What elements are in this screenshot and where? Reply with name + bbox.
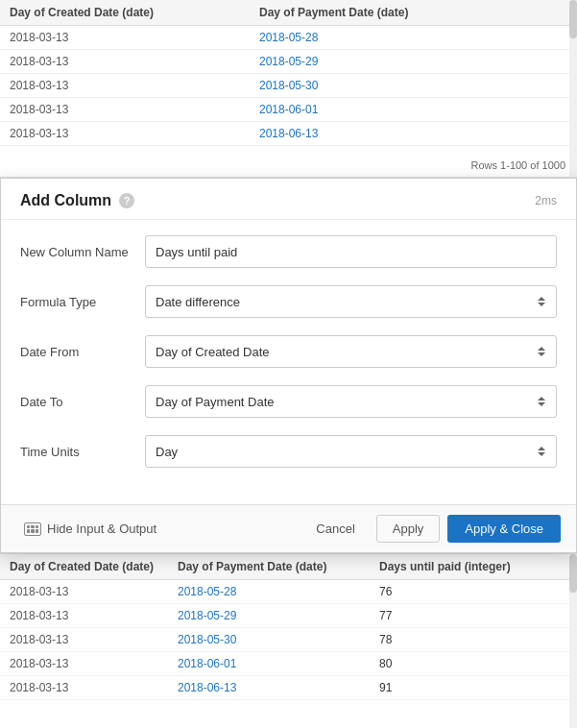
- bottom-row-col2: 2018-06-13: [178, 681, 379, 694]
- dialog-header: Add Column ? 2ms: [1, 179, 576, 220]
- bottom-col2-header: Day of Payment Date (date): [178, 560, 379, 573]
- formula-type-row: Formula Type Date differenceSimple arith…: [20, 285, 557, 318]
- bottom-row-col1: 2018-03-13: [10, 657, 178, 670]
- table-row: 2018-03-13 2018-06-13: [0, 122, 577, 146]
- apply-button[interactable]: Apply: [376, 515, 441, 543]
- table-row: 2018-03-13 2018-05-29 77: [0, 604, 577, 628]
- time-units-select[interactable]: DayWeekMonthYear: [145, 435, 557, 468]
- bottom-row-col3: 78: [379, 633, 392, 646]
- bottom-row-col1: 2018-03-13: [10, 633, 178, 646]
- date-to-select[interactable]: Day of Created DateDay of Payment Date: [145, 385, 557, 418]
- table-icon-cell: [27, 529, 30, 533]
- bottom-row-col2: 2018-05-30: [178, 633, 379, 646]
- table-icon: [24, 522, 41, 536]
- table-icon-cell: [36, 529, 38, 533]
- top-scrollbar-thumb[interactable]: [569, 0, 577, 38]
- top-table: Day of Created Date (date) Day of Paymen…: [0, 0, 577, 178]
- bottom-row-col3: 76: [379, 585, 392, 598]
- top-table-body: 2018-03-13 2018-05-282018-03-13 2018-05-…: [0, 26, 577, 146]
- time-units-label: Time Units: [20, 445, 145, 459]
- table-row: 2018-03-13 2018-06-01: [0, 98, 577, 122]
- dialog-title-row: Add Column ?: [20, 192, 134, 209]
- date-to-row: Date To Day of Created DateDay of Paymen…: [20, 385, 557, 418]
- bottom-row-col2: 2018-05-28: [178, 585, 379, 598]
- table-row: 2018-03-13 2018-05-30: [0, 74, 577, 98]
- bottom-scrollbar-thumb[interactable]: [569, 554, 577, 593]
- bottom-row-col3: 91: [379, 681, 392, 694]
- bottom-table: Day of Created Date (date) Day of Paymen…: [0, 553, 577, 728]
- date-from-select[interactable]: Day of Created DateDay of Payment Date: [145, 335, 557, 368]
- help-icon[interactable]: ?: [119, 193, 134, 208]
- top-col1-header: Day of Created Date (date): [10, 6, 259, 19]
- top-row-col1: 2018-03-13: [10, 31, 259, 44]
- hide-io-label: Hide Input & Output: [47, 522, 156, 536]
- new-column-name-label: New Column Name: [20, 245, 145, 259]
- time-units-row: Time Units DayWeekMonthYear: [20, 435, 557, 468]
- dialog-footer: Hide Input & Output Cancel Apply Apply &…: [1, 504, 576, 552]
- bottom-row-col1: 2018-03-13: [10, 609, 178, 622]
- bottom-row-col2: 2018-06-01: [178, 657, 379, 670]
- new-column-name-row: New Column Name: [20, 235, 557, 268]
- date-from-row: Date From Day of Created DateDay of Paym…: [20, 335, 557, 368]
- table-icon-cell: [27, 525, 30, 529]
- new-column-name-input[interactable]: [145, 235, 557, 268]
- bottom-table-header: Day of Created Date (date) Day of Paymen…: [0, 554, 577, 580]
- dialog-timing: 2ms: [535, 194, 557, 207]
- formula-type-label: Formula Type: [20, 295, 145, 309]
- bottom-col1-header: Day of Created Date (date): [10, 560, 178, 573]
- top-row-col1: 2018-03-13: [10, 79, 259, 92]
- bottom-row-col1: 2018-03-13: [10, 585, 178, 598]
- top-table-header: Day of Created Date (date) Day of Paymen…: [0, 0, 577, 26]
- cancel-button[interactable]: Cancel: [302, 515, 368, 543]
- top-row-col2: 2018-05-29: [259, 55, 318, 68]
- top-rows-indicator: Rows 1-100 of 1000: [468, 158, 569, 173]
- top-row-col1: 2018-03-13: [10, 55, 259, 68]
- dialog-body: New Column Name Formula Type Date differ…: [1, 220, 576, 504]
- top-row-col2: 2018-06-01: [259, 103, 318, 116]
- date-to-label: Date To: [20, 395, 145, 409]
- top-col2-header: Day of Payment Date (date): [259, 6, 509, 19]
- top-row-col2: 2018-05-28: [259, 31, 318, 44]
- bottom-row-col1: 2018-03-13: [10, 681, 178, 694]
- bottom-table-body: 2018-03-13 2018-05-28 762018-03-13 2018-…: [0, 580, 577, 700]
- table-icon-cell: [31, 525, 34, 529]
- table-row: 2018-03-13 2018-06-13 91: [0, 676, 577, 700]
- table-row: 2018-03-13 2018-05-30 78: [0, 628, 577, 652]
- dialog-title: Add Column: [20, 192, 111, 209]
- top-row-col2: 2018-05-30: [259, 79, 318, 92]
- bottom-row-col3: 80: [379, 657, 392, 670]
- add-column-dialog: Add Column ? 2ms New Column Name Formula…: [0, 178, 577, 553]
- bottom-row-col3: 77: [379, 609, 392, 622]
- date-from-label: Date From: [20, 345, 145, 359]
- bottom-scrollbar-track[interactable]: [569, 554, 577, 728]
- bottom-row-col2: 2018-05-29: [178, 609, 379, 622]
- footer-actions: Cancel Apply Apply & Close: [302, 515, 561, 543]
- table-row: 2018-03-13 2018-05-28: [0, 26, 577, 50]
- top-row-col1: 2018-03-13: [10, 127, 259, 140]
- top-row-col2: 2018-06-13: [259, 127, 318, 140]
- table-icon-cell: [31, 529, 34, 533]
- top-row-col1: 2018-03-13: [10, 103, 259, 116]
- top-scrollbar-track[interactable]: [569, 0, 577, 177]
- apply-close-button[interactable]: Apply & Close: [447, 515, 561, 543]
- bottom-col3-header: Days until paid (integer): [379, 560, 533, 573]
- table-row: 2018-03-13 2018-05-28 76: [0, 580, 577, 604]
- formula-type-select[interactable]: Date differenceSimple arithmeticCustom: [145, 285, 557, 318]
- table-row: 2018-03-13 2018-06-01 80: [0, 652, 577, 676]
- hide-io-button[interactable]: Hide Input & Output: [16, 518, 164, 540]
- table-icon-cell: [36, 525, 38, 529]
- table-row: 2018-03-13 2018-05-29: [0, 50, 577, 74]
